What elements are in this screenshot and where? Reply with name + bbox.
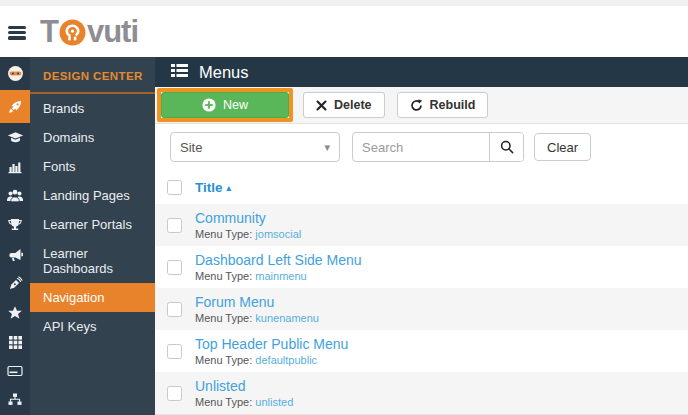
page-title: Menus bbox=[199, 63, 249, 82]
annotation-highlight-box: New bbox=[157, 88, 293, 122]
delete-button-label: Delete bbox=[334, 98, 372, 112]
x-icon bbox=[316, 100, 327, 111]
menu-title-link[interactable]: Top Header Public Menu bbox=[195, 336, 348, 352]
logo-text-vuti: vuti bbox=[87, 16, 138, 47]
menu-type: Menu Type: defaultpublic bbox=[195, 354, 348, 366]
new-button-label: New bbox=[223, 98, 248, 112]
menu-type: Menu Type: jomsocial bbox=[195, 228, 301, 240]
sidebar-item-landing-pages[interactable]: Landing Pages bbox=[30, 181, 155, 210]
logo-text-t: T bbox=[40, 16, 58, 47]
site-filter-value: Site bbox=[180, 140, 202, 155]
hamburger-menu-icon[interactable] bbox=[8, 26, 26, 40]
rebuild-button-label: Rebuild bbox=[430, 98, 476, 112]
menu-type: Menu Type: unlisted bbox=[195, 396, 293, 408]
refresh-arrow-icon bbox=[410, 99, 423, 112]
sidebar-item-domains[interactable]: Domains bbox=[30, 123, 155, 152]
page-title-bar: Menus bbox=[155, 57, 688, 87]
grid-icon[interactable] bbox=[0, 327, 30, 356]
delete-button[interactable]: Delete bbox=[303, 92, 385, 118]
trophy-icon[interactable] bbox=[0, 211, 30, 240]
row-checkbox[interactable] bbox=[167, 386, 182, 401]
title-header-label: Title bbox=[195, 180, 223, 195]
table-header-row: Title ▴ bbox=[155, 174, 688, 204]
megaphone-icon[interactable] bbox=[0, 240, 30, 269]
credit-card-icon[interactable] bbox=[0, 357, 30, 386]
tovuti-logo: T vuti bbox=[40, 16, 138, 48]
app-header: T vuti bbox=[0, 6, 688, 57]
table-row: Dashboard Left Side Menu Menu Type: main… bbox=[155, 246, 688, 288]
search-button[interactable] bbox=[489, 133, 523, 161]
menu-type-value[interactable]: unlisted bbox=[255, 396, 293, 408]
elephant-logo-icon bbox=[59, 19, 86, 51]
row-checkbox[interactable] bbox=[167, 260, 182, 275]
bar-chart-icon[interactable] bbox=[0, 152, 30, 181]
toolbar: New Delete Rebuild bbox=[155, 87, 688, 124]
new-button[interactable]: New bbox=[161, 92, 289, 118]
ninja-avatar-icon[interactable] bbox=[0, 57, 30, 90]
sidebar-item-navigation[interactable]: Navigation bbox=[30, 283, 155, 312]
design-center-heading: DESIGN CENTER bbox=[30, 57, 155, 94]
sidebar-item-learner-portals[interactable]: Learner Portals bbox=[30, 210, 155, 239]
search-group bbox=[352, 132, 524, 162]
sitemap-icon[interactable] bbox=[0, 386, 30, 415]
menu-type: Menu Type: mainmenu bbox=[195, 270, 362, 282]
menu-title-link[interactable]: Forum Menu bbox=[195, 294, 319, 310]
table-row: Community Menu Type: jomsocial bbox=[155, 204, 688, 246]
table-row: Unlisted Menu Type: unlisted bbox=[155, 372, 688, 415]
star-icon[interactable] bbox=[0, 298, 30, 327]
menu-title-link[interactable]: Dashboard Left Side Menu bbox=[195, 252, 362, 268]
table-row: Forum Menu Menu Type: kunenamenu bbox=[155, 288, 688, 330]
pen-signal-icon[interactable] bbox=[0, 269, 30, 298]
row-checkbox[interactable] bbox=[167, 218, 182, 233]
search-icon bbox=[500, 140, 514, 154]
chevron-down-icon: ▾ bbox=[324, 141, 330, 154]
content-area: Site ▾ Clear Title bbox=[155, 124, 688, 415]
menu-type-value[interactable]: jomsocial bbox=[255, 228, 301, 240]
sidebar-item-api-keys[interactable]: API Keys bbox=[30, 312, 155, 341]
main-content: Menus New Delete bbox=[155, 57, 688, 415]
menus-table: Title ▴ Community Menu Type: jomsocial D… bbox=[155, 174, 688, 415]
menu-type-value[interactable]: defaultpublic bbox=[255, 354, 317, 366]
menu-type: Menu Type: kunenamenu bbox=[195, 312, 319, 324]
sidebar-item-learner-dashboards[interactable]: Learner Dashboards bbox=[30, 239, 155, 283]
row-checkbox[interactable] bbox=[167, 302, 182, 317]
filter-row: Site ▾ Clear bbox=[170, 132, 688, 162]
icon-sidebar bbox=[0, 57, 30, 415]
list-icon bbox=[171, 63, 188, 82]
search-input[interactable] bbox=[353, 133, 489, 161]
site-filter-select[interactable]: Site ▾ bbox=[170, 132, 340, 162]
menu-title-link[interactable]: Community bbox=[195, 210, 301, 226]
select-all-checkbox[interactable] bbox=[167, 180, 182, 195]
sort-ascending-icon: ▴ bbox=[226, 182, 231, 193]
menu-type-value[interactable]: mainmenu bbox=[255, 270, 306, 282]
sidebar-item-brands[interactable]: Brands bbox=[30, 94, 155, 123]
users-icon[interactable] bbox=[0, 182, 30, 211]
plus-circle-icon bbox=[202, 98, 216, 112]
sidebar-item-fonts[interactable]: Fonts bbox=[30, 152, 155, 181]
rebuild-button[interactable]: Rebuild bbox=[397, 92, 489, 118]
rocket-icon[interactable] bbox=[0, 90, 30, 123]
menu-title-link[interactable]: Unlisted bbox=[195, 378, 293, 394]
menu-type-value[interactable]: kunenamenu bbox=[255, 312, 319, 324]
table-row: Top Header Public Menu Menu Type: defaul… bbox=[155, 330, 688, 372]
title-column-header[interactable]: Title ▴ bbox=[195, 180, 231, 195]
clear-button[interactable]: Clear bbox=[534, 133, 591, 161]
graduation-cap-icon[interactable] bbox=[0, 123, 30, 152]
row-checkbox[interactable] bbox=[167, 344, 182, 359]
design-center-sidebar: DESIGN CENTER Brands Domains Fonts Landi… bbox=[30, 57, 155, 415]
